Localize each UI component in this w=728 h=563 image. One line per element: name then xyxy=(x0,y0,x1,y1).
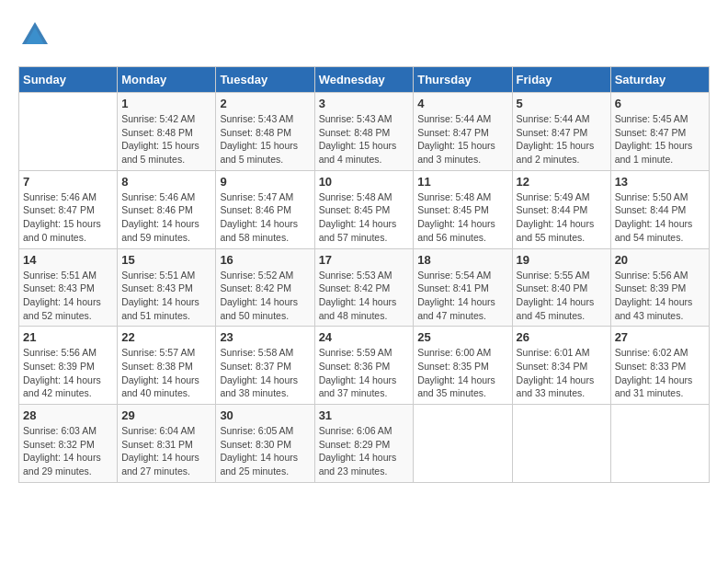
logo-icon xyxy=(18,18,51,52)
calendar-cell: 23 Sunrise: 5:58 AM Sunset: 8:37 PM Dayl… xyxy=(216,327,314,405)
daylight: Daylight: 14 hours and 33 minutes. xyxy=(517,374,595,399)
day-number: 3 xyxy=(319,97,410,110)
day-number: 26 xyxy=(517,330,607,344)
sunset: Sunset: 8:31 PM xyxy=(121,439,193,450)
sunset: Sunset: 8:47 PM xyxy=(23,204,95,215)
calendar-cell xyxy=(414,405,512,483)
day-info: Sunrise: 5:59 AM Sunset: 8:36 PM Dayligh… xyxy=(319,346,410,400)
sunrise: Sunrise: 6:06 AM xyxy=(319,425,392,436)
sunset: Sunset: 8:48 PM xyxy=(319,127,391,138)
sunrise: Sunrise: 5:51 AM xyxy=(121,270,195,281)
calendar-cell: 3 Sunrise: 5:43 AM Sunset: 8:48 PM Dayli… xyxy=(314,93,414,171)
calendar-cell: 27 Sunrise: 6:02 AM Sunset: 8:33 PM Dayl… xyxy=(610,327,709,405)
sunrise: Sunrise: 5:52 AM xyxy=(220,270,293,281)
daylight: Daylight: 14 hours and 45 minutes. xyxy=(517,296,595,321)
calendar-cell: 1 Sunrise: 5:42 AM Sunset: 8:48 PM Dayli… xyxy=(118,93,216,171)
sunset: Sunset: 8:47 PM xyxy=(517,127,588,138)
calendar-cell: 31 Sunrise: 6:06 AM Sunset: 8:29 PM Dayl… xyxy=(314,405,414,483)
day-info: Sunrise: 5:57 AM Sunset: 8:38 PM Dayligh… xyxy=(121,346,211,400)
calendar-week-row: 28 Sunrise: 6:03 AM Sunset: 8:32 PM Dayl… xyxy=(19,405,710,483)
day-info: Sunrise: 5:49 AM Sunset: 8:44 PM Dayligh… xyxy=(517,190,607,245)
calendar-cell: 19 Sunrise: 5:55 AM Sunset: 8:40 PM Dayl… xyxy=(512,248,610,327)
calendar-cell: 22 Sunrise: 5:57 AM Sunset: 8:38 PM Dayl… xyxy=(118,327,216,405)
sunrise: Sunrise: 5:50 AM xyxy=(615,191,688,202)
sunrise: Sunrise: 5:42 AM xyxy=(121,113,195,124)
daylight: Daylight: 14 hours and 29 minutes. xyxy=(23,452,101,477)
sunrise: Sunrise: 5:56 AM xyxy=(615,270,688,281)
sunset: Sunset: 8:41 PM xyxy=(417,282,489,293)
sunset: Sunset: 8:44 PM xyxy=(517,204,588,215)
daylight: Daylight: 14 hours and 59 minutes. xyxy=(121,218,199,243)
weekday-header: Thursday xyxy=(414,67,512,93)
calendar-cell: 26 Sunrise: 6:01 AM Sunset: 8:34 PM Dayl… xyxy=(512,327,610,405)
daylight: Daylight: 14 hours and 56 minutes. xyxy=(417,218,495,243)
day-number: 4 xyxy=(417,97,507,110)
day-number: 30 xyxy=(220,408,310,422)
calendar-cell: 15 Sunrise: 5:51 AM Sunset: 8:43 PM Dayl… xyxy=(118,248,216,327)
logo xyxy=(18,18,55,52)
sunset: Sunset: 8:29 PM xyxy=(319,439,391,450)
sunset: Sunset: 8:42 PM xyxy=(220,282,291,293)
day-info: Sunrise: 5:56 AM Sunset: 8:39 PM Dayligh… xyxy=(23,346,113,400)
day-info: Sunrise: 5:47 AM Sunset: 8:46 PM Dayligh… xyxy=(220,190,310,245)
sunset: Sunset: 8:35 PM xyxy=(417,361,489,372)
sunset: Sunset: 8:47 PM xyxy=(417,127,489,138)
day-info: Sunrise: 5:50 AM Sunset: 8:44 PM Dayligh… xyxy=(615,190,705,245)
daylight: Daylight: 14 hours and 54 minutes. xyxy=(615,218,693,243)
day-number: 17 xyxy=(319,253,410,267)
daylight: Daylight: 14 hours and 47 minutes. xyxy=(417,296,495,321)
calendar-cell: 17 Sunrise: 5:53 AM Sunset: 8:42 PM Dayl… xyxy=(314,248,414,327)
day-number: 7 xyxy=(23,175,113,189)
calendar-cell xyxy=(610,405,709,483)
day-info: Sunrise: 5:53 AM Sunset: 8:42 PM Dayligh… xyxy=(319,269,410,323)
daylight: Daylight: 15 hours and 5 minutes. xyxy=(220,140,298,165)
day-info: Sunrise: 5:44 AM Sunset: 8:47 PM Dayligh… xyxy=(517,112,607,167)
sunrise: Sunrise: 5:48 AM xyxy=(417,191,491,202)
sunrise: Sunrise: 5:48 AM xyxy=(319,191,392,202)
calendar-cell xyxy=(19,93,118,171)
weekday-header: Monday xyxy=(118,67,216,93)
sunrise: Sunrise: 5:44 AM xyxy=(417,113,491,124)
sunrise: Sunrise: 6:03 AM xyxy=(23,425,97,436)
day-number: 8 xyxy=(121,175,211,189)
day-info: Sunrise: 6:01 AM Sunset: 8:34 PM Dayligh… xyxy=(517,346,607,400)
sunset: Sunset: 8:30 PM xyxy=(220,439,291,450)
calendar-cell: 12 Sunrise: 5:49 AM Sunset: 8:44 PM Dayl… xyxy=(512,170,610,248)
daylight: Daylight: 15 hours and 3 minutes. xyxy=(417,140,495,165)
calendar-cell: 5 Sunrise: 5:44 AM Sunset: 8:47 PM Dayli… xyxy=(512,93,610,171)
calendar-cell: 30 Sunrise: 6:05 AM Sunset: 8:30 PM Dayl… xyxy=(216,405,314,483)
day-number: 28 xyxy=(23,408,113,422)
sunrise: Sunrise: 5:56 AM xyxy=(23,347,97,358)
sunrise: Sunrise: 5:54 AM xyxy=(417,270,491,281)
day-number: 19 xyxy=(517,253,607,267)
day-number: 29 xyxy=(121,408,211,422)
sunrise: Sunrise: 5:55 AM xyxy=(517,270,590,281)
page-header xyxy=(18,18,710,52)
day-number: 9 xyxy=(220,175,310,189)
daylight: Daylight: 14 hours and 42 minutes. xyxy=(23,374,101,399)
sunrise: Sunrise: 6:01 AM xyxy=(517,347,590,358)
daylight: Daylight: 14 hours and 40 minutes. xyxy=(121,374,199,399)
sunset: Sunset: 8:38 PM xyxy=(121,361,193,372)
day-number: 31 xyxy=(319,408,410,422)
day-info: Sunrise: 5:43 AM Sunset: 8:48 PM Dayligh… xyxy=(319,112,410,167)
daylight: Daylight: 14 hours and 52 minutes. xyxy=(23,296,101,321)
day-number: 5 xyxy=(517,97,607,110)
daylight: Daylight: 14 hours and 23 minutes. xyxy=(319,452,397,477)
calendar-cell: 18 Sunrise: 5:54 AM Sunset: 8:41 PM Dayl… xyxy=(414,248,512,327)
sunrise: Sunrise: 5:46 AM xyxy=(23,191,97,202)
calendar-cell: 2 Sunrise: 5:43 AM Sunset: 8:48 PM Dayli… xyxy=(216,93,314,171)
calendar-cell: 7 Sunrise: 5:46 AM Sunset: 8:47 PM Dayli… xyxy=(19,170,118,248)
daylight: Daylight: 14 hours and 38 minutes. xyxy=(220,374,298,399)
day-number: 12 xyxy=(517,175,607,189)
daylight: Daylight: 14 hours and 55 minutes. xyxy=(517,218,595,243)
day-info: Sunrise: 5:56 AM Sunset: 8:39 PM Dayligh… xyxy=(615,269,705,323)
day-number: 15 xyxy=(121,253,211,267)
sunrise: Sunrise: 5:58 AM xyxy=(220,347,293,358)
sunset: Sunset: 8:42 PM xyxy=(319,282,391,293)
sunrise: Sunrise: 6:02 AM xyxy=(615,347,688,358)
calendar-cell: 28 Sunrise: 6:03 AM Sunset: 8:32 PM Dayl… xyxy=(19,405,118,483)
calendar-cell: 25 Sunrise: 6:00 AM Sunset: 8:35 PM Dayl… xyxy=(414,327,512,405)
calendar-cell: 24 Sunrise: 5:59 AM Sunset: 8:36 PM Dayl… xyxy=(314,327,414,405)
day-info: Sunrise: 6:05 AM Sunset: 8:30 PM Dayligh… xyxy=(220,424,310,478)
